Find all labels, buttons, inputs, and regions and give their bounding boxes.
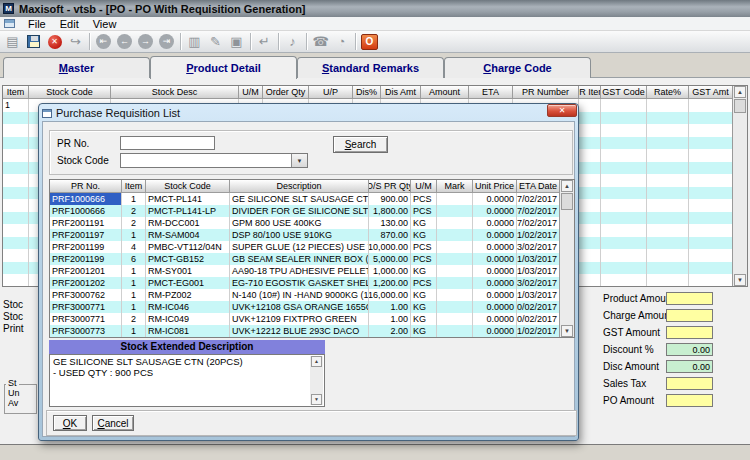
grid-cell[interactable]: [3, 112, 29, 125]
discount--field[interactable]: 0.00: [666, 343, 713, 356]
grid-cell[interactable]: [579, 174, 601, 187]
grid-cell[interactable]: RM-IC049: [146, 313, 230, 325]
grid-cell[interactable]: [3, 124, 29, 137]
grid-cell[interactable]: [437, 265, 473, 277]
pr-no-input[interactable]: [120, 136, 215, 150]
grid-cell[interactable]: PRF2001199: [50, 253, 122, 265]
grid-cell[interactable]: [579, 124, 601, 137]
grid-cell[interactable]: 0.0000: [473, 205, 517, 217]
grid-cell[interactable]: [437, 289, 473, 301]
grid-cell[interactable]: 01/03/2017: [517, 253, 560, 265]
power-exit-icon[interactable]: O: [359, 32, 380, 51]
grid-cell[interactable]: PRF2001199: [50, 241, 122, 253]
grid-cell[interactable]: [647, 174, 689, 187]
grid-cell[interactable]: PCS: [411, 241, 437, 253]
grid-cell[interactable]: [689, 274, 733, 287]
grid-cell[interactable]: [601, 274, 647, 287]
grid-cell[interactable]: [647, 99, 689, 112]
exit-door-icon[interactable]: ↵: [254, 32, 275, 51]
grid-cell[interactable]: PRF3000771: [50, 313, 122, 325]
grid-cell[interactable]: [579, 137, 601, 150]
phone-icon[interactable]: ☎: [310, 32, 331, 51]
grid-cell[interactable]: GB SEAM SEALER INNER BOX (10PCS) USE 1: [230, 253, 369, 265]
grid-cell[interactable]: [647, 137, 689, 150]
save-icon[interactable]: [23, 32, 44, 51]
grid-cell[interactable]: [3, 237, 29, 250]
grid-cell[interactable]: [601, 262, 647, 275]
grid-cell[interactable]: [689, 174, 733, 187]
grid-cell[interactable]: [437, 205, 473, 217]
grid-cell[interactable]: 2: [122, 313, 146, 325]
grid-cell[interactable]: 1.00: [369, 313, 411, 325]
grid-cell[interactable]: 0.0000: [473, 217, 517, 229]
menu-view[interactable]: View: [86, 17, 124, 31]
grid-cell[interactable]: 17/02/2017: [517, 205, 560, 217]
scroll-up-icon[interactable]: ▲: [561, 180, 573, 192]
tab-standard-remarks[interactable]: Standard Remarks: [297, 57, 444, 78]
scroll-up-icon[interactable]: ▲: [311, 356, 322, 367]
previous-record-icon[interactable]: ←: [114, 32, 135, 51]
cancel-button[interactable]: Cancel: [92, 415, 134, 431]
grid-cell[interactable]: EG-710 EGOSTIK GASKET SHELLAC INNER C: [230, 277, 369, 289]
grid-cell[interactable]: RM-SY001: [146, 265, 230, 277]
grid-cell[interactable]: [689, 137, 733, 150]
grid-cell[interactable]: KG: [411, 265, 437, 277]
grid-cell[interactable]: N-140 (10#) IN -HAND 9000KG (188 BATCHES: [230, 289, 369, 301]
grid-cell[interactable]: RM-SAM004: [146, 229, 230, 241]
grid-cell[interactable]: [579, 112, 601, 125]
grid-cell[interactable]: 21/02/2017: [517, 229, 560, 241]
grid-cell[interactable]: [437, 325, 473, 337]
grid-cell[interactable]: 16,000.00: [369, 289, 411, 301]
grid-cell[interactable]: [579, 162, 601, 175]
grid-cell[interactable]: DIVIDER FOR GE SILICONE SLT SAUSAGE CTN: [230, 205, 369, 217]
grid-cell[interactable]: [689, 99, 733, 112]
grid-cell[interactable]: 900.00: [369, 193, 411, 205]
grid-cell[interactable]: 870.00: [369, 229, 411, 241]
grid-cell[interactable]: 1,000.00: [369, 265, 411, 277]
grid-row[interactable]: PRF10006662PMCT-PL141-LPDIVIDER FOR GE S…: [50, 205, 574, 217]
grid-cell[interactable]: [601, 162, 647, 175]
grid-cell[interactable]: [647, 262, 689, 275]
grid-cell[interactable]: [579, 237, 601, 250]
grid-cell[interactable]: [601, 249, 647, 262]
grid-cell[interactable]: PRF2001202: [50, 277, 122, 289]
grid-cell[interactable]: AA90-18 TPU ADHESIVE PELLETS KEEP STO: [230, 265, 369, 277]
grid-cell[interactable]: PCS: [411, 205, 437, 217]
grid-cell[interactable]: 1: [122, 193, 146, 205]
undo-icon[interactable]: ↪: [65, 32, 86, 51]
grid-cell[interactable]: [647, 212, 689, 225]
grid-cell[interactable]: [579, 187, 601, 200]
search-button[interactable]: Search: [333, 136, 388, 153]
clock-icon[interactable]: ◔: [331, 32, 352, 51]
grid-cell[interactable]: 1: [122, 265, 146, 277]
grid-cell[interactable]: KG: [411, 217, 437, 229]
chevron-down-icon[interactable]: ▼: [291, 154, 307, 167]
stamp-icon[interactable]: ✎: [205, 32, 226, 51]
grid-cell[interactable]: 0.0000: [473, 277, 517, 289]
grid-cell[interactable]: 20/02/2017: [517, 313, 560, 325]
grid-cell[interactable]: [689, 124, 733, 137]
mdi-child-icon[interactable]: [4, 19, 15, 28]
grid-cell[interactable]: [689, 187, 733, 200]
grid-cell[interactable]: [601, 224, 647, 237]
grid-row[interactable]: PRF20012021PMCT-EG001EG-710 EGOSTIK GASK…: [50, 277, 574, 289]
scroll-thumb[interactable]: [561, 193, 573, 210]
grid-cell[interactable]: [647, 224, 689, 237]
grid-cell[interactable]: [437, 313, 473, 325]
scroll-down-icon[interactable]: ▼: [561, 325, 573, 337]
grid-cell[interactable]: 4: [122, 241, 146, 253]
notes-icon[interactable]: ▣: [226, 32, 247, 51]
grid-cell[interactable]: 01/03/2017: [517, 265, 560, 277]
product-amount-field[interactable]: [666, 292, 713, 305]
grid-cell[interactable]: [3, 212, 29, 225]
charge-amount-field[interactable]: [666, 309, 713, 322]
grid-cell[interactable]: [3, 224, 29, 237]
grid-cell[interactable]: [601, 174, 647, 187]
grid-cell[interactable]: [689, 224, 733, 237]
grid-cell[interactable]: KG: [411, 325, 437, 337]
grid-cell[interactable]: 01/03/2017: [517, 289, 560, 301]
grid-cell[interactable]: 23/02/2017: [517, 277, 560, 289]
grid-cell[interactable]: [601, 112, 647, 125]
stock-extended-description-text[interactable]: GE SILICONE SLT SAUSAGE CTN (20PCS) - US…: [49, 354, 325, 407]
grid-cell[interactable]: [601, 149, 647, 162]
